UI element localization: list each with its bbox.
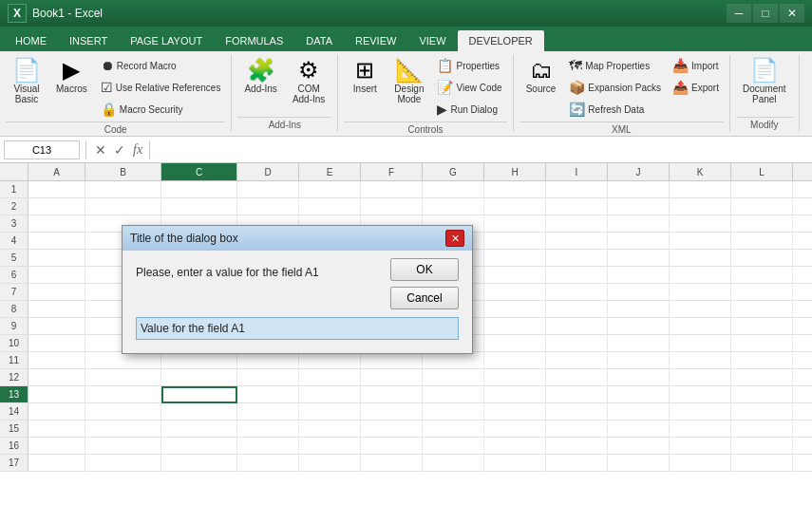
formula-bar: ✕ ✓ fx	[0, 137, 812, 163]
app-icon: X	[8, 4, 27, 23]
modify-content: 📄 DocumentPanel	[736, 55, 793, 115]
addins-group-label: Add-Ins	[237, 117, 331, 132]
sheet-container: A B C D E F G H I J K L M 1 2 3 4 5 6 7 …	[0, 163, 812, 472]
dialog-body: Please, enter a value for the field A1 O…	[123, 251, 472, 353]
design-mode-icon: 📐	[395, 59, 424, 82]
ribbon-group-code-content: 📄 VisualBasic ▶ Macros ⏺ Record Macro ☑ …	[6, 55, 225, 120]
dialog-title: Title of the dialog box	[130, 232, 238, 245]
insert-button[interactable]: ⊞ Insert	[344, 55, 386, 98]
view-code-icon: 📝	[437, 80, 453, 95]
relative-reference-button[interactable]: ☑ Use Relative References	[96, 77, 226, 98]
code-group-label: Code	[6, 121, 225, 137]
ribbon-group-xml: 🗂 Source 🗺 Map Properties 📦 Expansion Pa…	[514, 55, 730, 132]
insert-icon: ⊞	[355, 59, 374, 82]
relative-ref-label: Use Relative References	[116, 83, 221, 93]
document-panel-icon: 📄	[750, 59, 779, 82]
insert-function-button[interactable]: fx	[130, 142, 145, 158]
tab-insert[interactable]: INSERT	[58, 30, 119, 51]
refresh-data-icon: 🔄	[569, 102, 585, 117]
visual-basic-icon: 📄	[12, 59, 41, 82]
record-macro-label: Record Macro	[117, 61, 177, 71]
macro-security-label: Macro Security	[120, 104, 183, 115]
name-box[interactable]	[4, 140, 80, 159]
tab-developer[interactable]: DEVELOPER	[458, 30, 544, 51]
dialog-cancel-button[interactable]: Cancel	[390, 287, 459, 309]
dialog-input[interactable]	[136, 317, 459, 340]
relative-ref-icon: ☑	[101, 80, 113, 95]
insert-label: Insert	[353, 84, 377, 94]
macros-label: Macros	[56, 84, 87, 94]
tab-formulas[interactable]: FORMULAS	[214, 30, 294, 51]
properties-button[interactable]: 📋 Properties	[432, 55, 506, 76]
controls-small-buttons: 📋 Properties 📝 View Code ▶ Run Dialog	[432, 55, 506, 120]
dialog-overlay: Title of the dialog box ✕ Please, enter …	[0, 163, 812, 472]
run-dialog-icon: ▶	[437, 102, 447, 117]
xml-import-export: 📥 Import 📤 Export	[668, 55, 724, 98]
cancel-formula-button[interactable]: ✕	[92, 142, 109, 158]
record-macro-button[interactable]: ⏺ Record Macro	[96, 55, 226, 76]
visual-basic-button[interactable]: 📄 VisualBasic	[6, 55, 47, 108]
expansion-packs-button[interactable]: 📦 Expansion Packs	[564, 77, 666, 98]
expansion-packs-icon: 📦	[569, 80, 585, 95]
design-mode-label: DesignMode	[394, 84, 424, 104]
import-button[interactable]: 📥 Import	[668, 55, 724, 76]
macro-security-button[interactable]: 🔒 Macro Security	[96, 99, 226, 120]
dialog-message: Please, enter a value for the field A1	[136, 266, 364, 279]
view-code-label: View Code	[456, 83, 501, 93]
dialog-ok-button[interactable]: OK	[390, 258, 459, 281]
tab-home[interactable]: HOME	[4, 30, 58, 51]
ribbon-group-modify: 📄 DocumentPanel Modify	[730, 55, 800, 132]
com-add-ins-icon: ⚙	[298, 59, 319, 82]
properties-label: Properties	[456, 61, 500, 71]
window-controls: ─ □ ✕	[727, 4, 804, 23]
formula-controls: ✕ ✓ fx	[92, 142, 145, 158]
add-ins-label: Add-Ins	[244, 84, 276, 94]
document-panel-button[interactable]: 📄 DocumentPanel	[736, 55, 793, 108]
maximize-button[interactable]: □	[753, 4, 778, 23]
macros-button[interactable]: ▶ Macros	[49, 55, 94, 98]
com-add-ins-label: COMAdd-Ins	[293, 84, 325, 104]
run-dialog-label: Run Dialog	[450, 104, 497, 115]
formula-input[interactable]	[149, 140, 808, 159]
ribbon-group-code: 📄 VisualBasic ▶ Macros ⏺ Record Macro ☑ …	[0, 55, 232, 132]
import-icon: 📥	[672, 58, 689, 73]
confirm-formula-button[interactable]: ✓	[111, 142, 128, 158]
view-code-button[interactable]: 📝 View Code	[432, 77, 506, 98]
xml-content: 🗂 Source 🗺 Map Properties 📦 Expansion Pa…	[519, 55, 724, 120]
window-title: Book1 - Excel	[32, 7, 727, 20]
dialog-close-button[interactable]: ✕	[445, 230, 464, 247]
tab-data[interactable]: DATA	[294, 30, 344, 51]
export-label: Export	[691, 83, 719, 93]
addins-content: 🧩 Add-Ins ⚙ COMAdd-Ins	[237, 55, 331, 115]
minimize-button[interactable]: ─	[727, 4, 751, 23]
map-properties-icon: 🗺	[569, 58, 582, 73]
run-dialog-button[interactable]: ▶ Run Dialog	[432, 99, 506, 120]
tab-review[interactable]: REVIEW	[344, 30, 407, 51]
macro-security-icon: 🔒	[101, 102, 117, 117]
tab-page-layout[interactable]: PAGE LAYOUT	[119, 30, 214, 51]
design-mode-button[interactable]: 📐 DesignMode	[387, 55, 430, 108]
expansion-packs-label: Expansion Packs	[588, 83, 661, 93]
refresh-data-button[interactable]: 🔄 Refresh Data	[564, 99, 666, 120]
visual-basic-label: VisualBasic	[13, 84, 39, 104]
refresh-data-label: Refresh Data	[588, 104, 644, 115]
map-properties-button[interactable]: 🗺 Map Properties	[564, 55, 666, 76]
ribbon-group-controls: ⊞ Insert 📐 DesignMode 📋 Properties 📝 Vie…	[338, 55, 513, 132]
close-button[interactable]: ✕	[780, 4, 804, 23]
com-add-ins-button[interactable]: ⚙ COMAdd-Ins	[286, 55, 331, 108]
xml-group-label: XML	[519, 121, 724, 137]
code-small-buttons: ⏺ Record Macro ☑ Use Relative References…	[96, 55, 226, 120]
title-bar: X Book1 - Excel ─ □ ✕	[0, 0, 812, 27]
add-ins-icon: 🧩	[247, 59, 275, 82]
modify-group-label: Modify	[736, 117, 793, 132]
tab-view[interactable]: VIEW	[407, 30, 457, 51]
dialog-title-bar: Title of the dialog box ✕	[123, 226, 472, 251]
source-button[interactable]: 🗂 Source	[519, 55, 563, 98]
dialog-buttons: OK Cancel	[390, 258, 459, 309]
controls-content: ⊞ Insert 📐 DesignMode 📋 Properties 📝 Vie…	[344, 55, 506, 120]
controls-group-label: Controls	[344, 121, 506, 137]
source-label: Source	[526, 84, 557, 94]
xml-small-buttons: 🗺 Map Properties 📦 Expansion Packs 🔄 Ref…	[564, 55, 666, 120]
add-ins-button[interactable]: 🧩 Add-Ins	[237, 55, 283, 98]
export-button[interactable]: 📤 Export	[668, 77, 724, 98]
